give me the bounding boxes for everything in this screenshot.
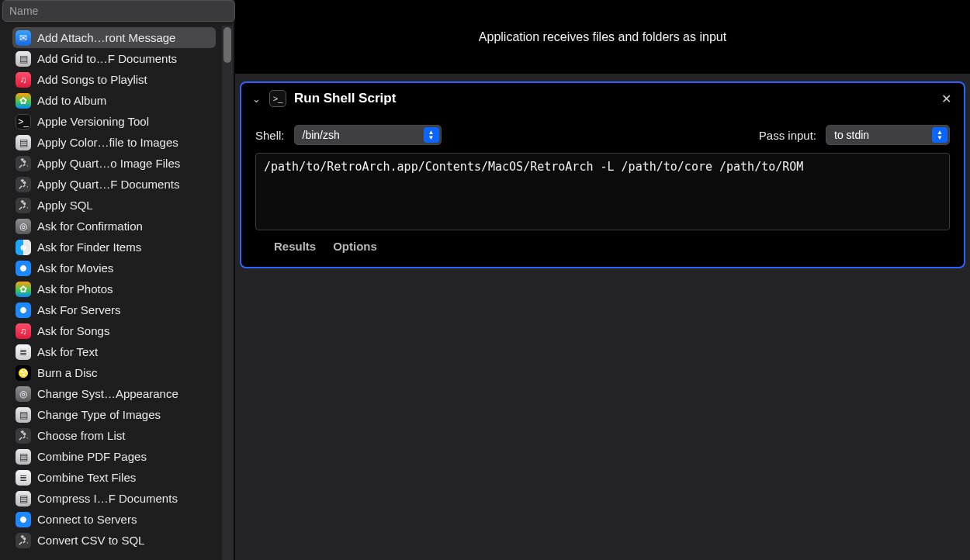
chevron-updown-icon: ▲▼	[932, 127, 947, 143]
library-item-label: Apply Quart…F Documents	[37, 178, 179, 191]
library-item-label: Connect to Servers	[37, 513, 137, 526]
library-item[interactable]: ◎Change Syst…Appearance	[12, 383, 216, 404]
safari-icon: ✦	[16, 302, 31, 318]
library-item[interactable]: ✿Ask for Photos	[12, 278, 216, 299]
workflow-input-banner-text: Application receives files and folders a…	[479, 30, 726, 44]
action-title: Run Shell Script	[294, 91, 396, 106]
pass-input-label: Pass input:	[759, 129, 816, 142]
library-item-label: Combine PDF Pages	[37, 450, 147, 463]
library-item[interactable]: ♫Add Songs to Playlist	[12, 69, 216, 90]
shell-label: Shell:	[255, 129, 285, 142]
tools-icon	[16, 177, 31, 192]
app-root: ✉Add Attach…ront Message▤Add Grid to…F D…	[0, 0, 970, 560]
mail-icon: ✉	[16, 30, 31, 46]
library-item[interactable]: ▤Compress I…F Documents	[12, 488, 216, 509]
terminal-icon: >_	[16, 114, 31, 130]
library-item-label: Apply Color…file to Images	[37, 136, 178, 149]
sys-icon: ◎	[16, 386, 31, 402]
library-item-label: Add to Album	[37, 94, 106, 107]
search-wrap	[0, 0, 234, 26]
preview-icon: ▤	[16, 449, 31, 465]
text-icon: ≣	[16, 470, 31, 486]
preview-icon: ▤	[16, 51, 31, 67]
library-item-label: Add Grid to…F Documents	[37, 52, 177, 65]
library-item[interactable]: ◎Ask for Confirmation	[12, 216, 216, 237]
workflow-area: Application receives files and folders a…	[235, 0, 970, 560]
music-icon: ♫	[16, 323, 31, 339]
search-input[interactable]	[2, 0, 235, 22]
library-item[interactable]: Apply SQL	[12, 195, 216, 216]
library-item-label: Ask For Servers	[37, 303, 121, 316]
library-item[interactable]: ✦Ask for Movies	[12, 258, 216, 278]
sys-icon: ◎	[16, 219, 31, 234]
close-icon[interactable]: ✕	[938, 92, 954, 106]
safari-icon: ✦	[16, 512, 31, 527]
action-library-sidebar: ✉Add Attach…ront Message▤Add Grid to…F D…	[0, 0, 235, 560]
library-scroll-wrap: ✉Add Attach…ront Message▤Add Grid to…F D…	[0, 26, 234, 560]
preview-icon: ▤	[16, 407, 31, 423]
library-item-label: Ask for Songs	[37, 324, 109, 337]
safari-icon: ✦	[16, 261, 31, 276]
text-icon: ≣	[16, 344, 31, 360]
action-header: ⌄ >_ Run Shell Script ✕	[241, 83, 964, 114]
library-item[interactable]: ▤Apply Color…file to Images	[12, 132, 216, 153]
tools-icon	[16, 428, 31, 444]
library-item[interactable]: ☢Burn a Disc	[12, 362, 216, 383]
library-item[interactable]: Apply Quart…o Image Files	[12, 153, 216, 174]
library-item[interactable]: ☻Ask for Finder Items	[12, 237, 216, 258]
chevron-updown-icon: ▲▼	[424, 127, 439, 143]
library-item[interactable]: ♫Ask for Songs	[12, 320, 216, 341]
results-tab[interactable]: Results	[274, 240, 316, 253]
library-item-label: Choose from List	[37, 429, 125, 442]
library-item-label: Ask for Finder Items	[37, 240, 141, 254]
action-library-list[interactable]: ✉Add Attach…ront Message▤Add Grid to…F D…	[0, 26, 222, 560]
library-item-label: Change Type of Images	[37, 408, 161, 421]
shell-select-value: /bin/zsh	[303, 129, 340, 141]
library-item[interactable]: ✦Ask For Servers	[12, 299, 216, 320]
photos-icon: ✿	[16, 93, 31, 109]
action-controls-row: Shell: /bin/zsh ▲▼ Pass input: to stdin …	[255, 125, 950, 145]
music-icon: ♫	[16, 72, 31, 88]
options-tab[interactable]: Options	[333, 240, 377, 253]
burn-icon: ☢	[16, 365, 31, 381]
library-item-label: Apply SQL	[37, 199, 93, 212]
library-item[interactable]: ✉Add Attach…ront Message	[12, 27, 216, 48]
library-item-label: Convert CSV to SQL	[37, 534, 144, 547]
workflow-canvas[interactable]: ⌄ >_ Run Shell Script ✕ Shell: /bin/zsh …	[235, 74, 970, 560]
library-item-label: Ask for Photos	[37, 282, 113, 296]
library-item-label: Burn a Disc	[37, 366, 98, 379]
library-item[interactable]: ✦Connect to Servers	[12, 509, 216, 530]
library-item-label: Ask for Movies	[37, 261, 113, 275]
library-item[interactable]: Apply Quart…F Documents	[12, 174, 216, 195]
library-item[interactable]: Choose from List	[12, 425, 216, 446]
shell-select[interactable]: /bin/zsh ▲▼	[294, 125, 442, 145]
library-scrollbar-thumb[interactable]	[223, 27, 231, 63]
library-scrollbar[interactable]	[222, 26, 233, 560]
action-body: Shell: /bin/zsh ▲▼ Pass input: to stdin …	[241, 114, 964, 267]
library-item-label: Change Syst…Appearance	[37, 387, 178, 400]
library-item[interactable]: >_Apple Versioning Tool	[12, 111, 216, 132]
library-item-label: Apple Versioning Tool	[37, 115, 149, 128]
script-editor[interactable]: /path/to/RetroArch.app/Contents/MacOS/Re…	[255, 153, 950, 230]
library-item-label: Apply Quart…o Image Files	[37, 157, 180, 170]
preview-icon: ▤	[16, 135, 31, 150]
action-run-shell-script[interactable]: ⌄ >_ Run Shell Script ✕ Shell: /bin/zsh …	[240, 81, 965, 268]
library-item[interactable]: ✿Add to Album	[12, 90, 216, 111]
terminal-icon: >_	[269, 90, 286, 107]
library-item[interactable]: Convert CSV to SQL	[12, 530, 216, 551]
library-item-label: Combine Text Files	[37, 471, 136, 484]
library-item[interactable]: ▤Change Type of Images	[12, 404, 216, 425]
disclosure-toggle[interactable]: ⌄	[251, 93, 262, 105]
workflow-input-banner: Application receives files and folders a…	[235, 0, 970, 74]
library-item-label: Add Songs to Playlist	[37, 73, 147, 86]
library-item[interactable]: ≣Ask for Text	[12, 341, 216, 362]
library-item[interactable]: ▤Add Grid to…F Documents	[12, 48, 216, 69]
photos-icon: ✿	[16, 282, 31, 297]
library-item-label: Compress I…F Documents	[37, 492, 178, 505]
pass-input-select[interactable]: to stdin ▲▼	[826, 125, 950, 145]
tools-icon	[16, 156, 31, 171]
action-footer: Results Options	[255, 230, 950, 256]
library-item[interactable]: ▤Combine PDF Pages	[12, 446, 216, 467]
tools-icon	[16, 533, 31, 548]
library-item[interactable]: ≣Combine Text Files	[12, 467, 216, 488]
